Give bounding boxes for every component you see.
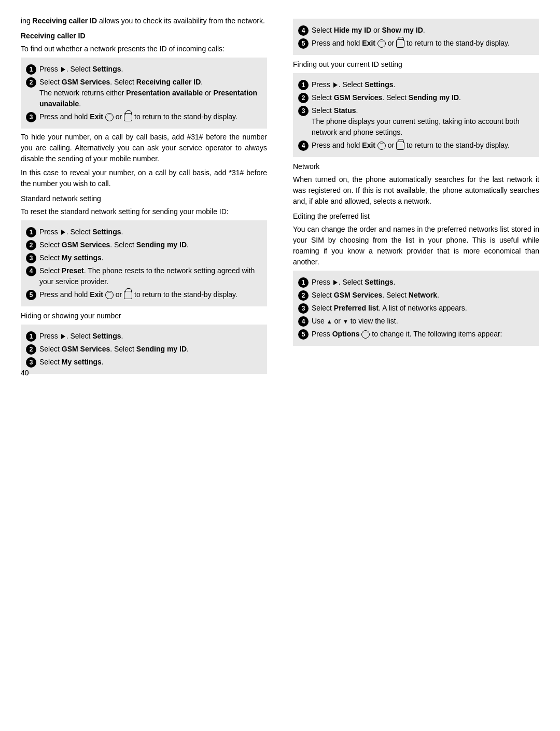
step-item: 5 Press Options ⌒ to change it. The foll… [298, 329, 534, 340]
step-item: 4 Select Hide my ID or Show my ID. [298, 25, 534, 36]
standard-desc: To reset the standard network setting fo… [21, 206, 267, 217]
hiding-steps-box: 1 Press . Select Settings. 2 Select GSM … [21, 325, 267, 374]
arrow-icon [333, 280, 338, 285]
receiving-title: Receiving caller ID [21, 31, 267, 41]
right-column: 4 Select Hide my ID or Show my ID. 5 Pre… [288, 16, 539, 377]
finding-steps-box: 1 Press . Select Settings. 2 Select GSM … [293, 73, 539, 157]
step-text: Press and hold Exit ⌒ or to return to th… [312, 38, 534, 49]
step-number: 2 [26, 240, 36, 250]
exit-icon: ⌒ [377, 142, 386, 150]
step-item: 3 Select My settings. [26, 252, 262, 263]
left-column: ing Receiving caller ID allows you to ch… [21, 16, 272, 377]
step-number: 1 [26, 64, 36, 75]
finding-steps-list: 1 Press . Select Settings. 2 Select GSM … [298, 79, 534, 151]
exit-icon: ⌒ [105, 291, 114, 299]
step-item: 5 Press and hold Exit ⌒ or to return to … [26, 289, 262, 300]
step-text: Press and hold Exit ⌒ or to return to th… [39, 111, 262, 122]
up-arrow-icon: ▲ [327, 317, 332, 326]
step-number: 4 [298, 316, 309, 327]
step-item: 1 Press . Select Settings. [298, 79, 534, 90]
network-title: Network [293, 161, 539, 172]
editing-steps-list: 1 Press . Select Settings. 2 Select GSM … [298, 277, 534, 340]
step-item: 4 Select Preset. The phone resets to the… [26, 265, 262, 287]
step-number: 2 [26, 344, 36, 355]
step-item: 2 Select GSM Services. Select Receiving … [26, 77, 262, 109]
step-item: 4 Use ▲ or ▼ to view the list. [298, 316, 534, 327]
step-item: 3 Press and hold Exit ⌒ or to return to … [26, 111, 262, 122]
editing-desc: You can change the order and names in th… [293, 224, 539, 268]
standard-steps-list: 1 Press . Select Settings. 2 Select GSM … [26, 227, 262, 300]
step-text: Select My settings. [39, 357, 262, 368]
step-item: 3 Select Preferred list. A list of netwo… [298, 303, 534, 314]
options-icon: ⌒ [361, 330, 370, 339]
step-number: 1 [298, 80, 309, 90]
step-item: 2 Select GSM Services. Select Sending my… [26, 240, 262, 250]
hiding-steps-list: 1 Press . Select Settings. 2 Select GSM … [26, 331, 262, 368]
step-text: Select Preset. The phone resets to the n… [39, 265, 262, 287]
step-number: 1 [26, 331, 36, 342]
lock-icon [396, 39, 404, 48]
step-text: Select Status.The phone displays your cu… [312, 105, 534, 138]
step-number: 4 [26, 266, 36, 276]
step-number: 2 [26, 77, 36, 88]
step-item: 2 Select GSM Services. Select Sending my… [26, 344, 262, 355]
step-number: 4 [298, 140, 309, 151]
step-number: 5 [298, 329, 309, 340]
receiving-steps-box: 1 Press . Select Settings. 2 Select GSM … [21, 58, 267, 129]
arrow-icon [61, 67, 65, 72]
intro-text: ing Receiving caller ID allows you to ch… [21, 16, 267, 26]
lock-icon [124, 113, 132, 121]
step-text: Press . Select Settings. [312, 79, 534, 90]
standard-title: Standard network setting [21, 193, 267, 204]
step-text: Press and hold Exit ⌒ or to return to th… [39, 289, 262, 300]
step-number: 3 [298, 303, 309, 314]
exit-icon: ⌒ [105, 113, 114, 121]
step-item: 1 Press . Select Settings. [26, 227, 262, 237]
hide-intro: To hide your number, on a call by call b… [21, 132, 267, 164]
step-text: Press and hold Exit ⌒ or to return to th… [312, 140, 534, 151]
step-text: Select GSM Services. Select Sending my I… [39, 344, 262, 355]
down-arrow-icon: ▼ [343, 317, 348, 326]
step-number: 2 [298, 93, 309, 103]
step-item: 4 Press and hold Exit ⌒ or to return to … [298, 140, 534, 151]
step-text: Select My settings. [39, 252, 262, 263]
step-text: Select GSM Services. Select Sending my I… [39, 240, 262, 250]
step-item: 3 Select My settings. [26, 357, 262, 368]
standard-steps-box: 1 Press . Select Settings. 2 Select GSM … [21, 220, 267, 306]
step-number: 3 [26, 253, 36, 263]
arrow-icon [333, 82, 338, 88]
step-number: 4 [298, 25, 309, 36]
step-number: 5 [298, 38, 309, 49]
showing-steps-list: 4 Select Hide my ID or Show my ID. 5 Pre… [298, 25, 534, 49]
exit-icon: ⌒ [377, 39, 386, 48]
step-text: Select GSM Services. Select Receiving ca… [39, 77, 262, 109]
step-item: 5 Press and hold Exit ⌒ or to return to … [298, 38, 534, 49]
step-text: Press . Select Settings. [39, 331, 262, 342]
step-item: 2 Select GSM Services. Select Sending my… [298, 92, 534, 103]
step-item: 1 Press . Select Settings. [26, 331, 262, 342]
step-text: Press . Select Settings. [39, 227, 262, 237]
finding-title: Finding out your current ID setting [293, 59, 539, 70]
hiding-title: Hiding or showing your number [21, 311, 267, 321]
lock-icon [124, 291, 132, 299]
step-item: 1 Press . Select Settings. [26, 64, 262, 75]
step-text: Press . Select Settings. [39, 64, 262, 75]
step-number: 2 [298, 290, 309, 301]
step-text: Select GSM Services. Select Network. [312, 290, 534, 301]
network-desc: When turned on, the phone automatically … [293, 174, 539, 207]
step-item: 3 Select Status.The phone displays your … [298, 105, 534, 138]
step-number: 3 [26, 357, 36, 368]
step-number: 3 [26, 112, 36, 122]
step-item: 2 Select GSM Services. Select Network. [298, 290, 534, 301]
receiving-desc: To find out whether a network presents t… [21, 44, 267, 54]
editing-title: Editing the preferred list [293, 211, 539, 222]
arrow-icon [61, 334, 65, 339]
showing-steps-box: 4 Select Hide my ID or Show my ID. 5 Pre… [293, 19, 539, 55]
step-text: Select GSM Services. Select Sending my I… [312, 92, 534, 103]
editing-steps-box: 1 Press . Select Settings. 2 Select GSM … [293, 271, 539, 346]
step-item: 1 Press . Select Settings. [298, 277, 534, 288]
step-text: Press Options ⌒ to change it. The follow… [312, 329, 534, 340]
hide-intro2: In this case to reveal your number, on a… [21, 167, 267, 189]
step-text: Select Preferred list. A list of network… [312, 303, 534, 314]
step-number: 3 [298, 106, 309, 116]
